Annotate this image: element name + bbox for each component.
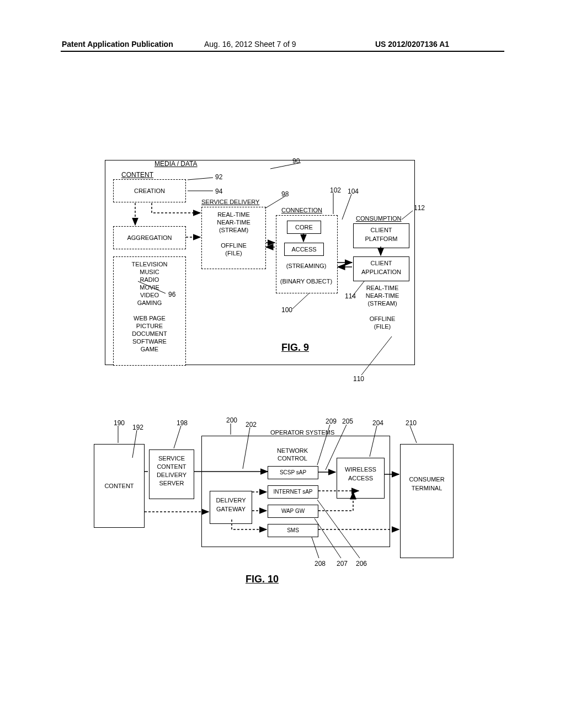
client-application-box: CLIENT APPLICATION	[353, 256, 409, 281]
ref-100: 100	[281, 306, 292, 314]
content-box: CONTENT	[94, 444, 145, 528]
scsp-sap-box: SCSP sAP	[268, 466, 318, 479]
ref-206: 206	[356, 560, 367, 568]
svg-line-34	[410, 426, 417, 443]
ref-210: 210	[406, 419, 417, 427]
ref-104: 104	[348, 188, 359, 195]
sd-items-label: REAL-TIME NEAR-TIME (STREAM) OFFLINE (FI…	[217, 211, 250, 256]
header-right: US 2012/0207136 A1	[375, 40, 449, 49]
scds-box: SERVICE CONTENT DELIVERY SERVER	[149, 449, 194, 499]
scds-label: SERVICE CONTENT DELIVERY SERVER	[157, 455, 186, 486]
consumption-title: CONSUMPTION	[356, 215, 402, 222]
header-left: Patent Application Publication	[62, 40, 173, 49]
conn-items-label: (STREAMING) (BINARY OBJECT)	[279, 262, 334, 285]
operator-systems-label: OPERATOR SYSTEMS	[270, 429, 334, 436]
sms-label: SMS	[287, 527, 299, 533]
service-delivery-box: REAL-TIME NEAR-TIME (STREAM) OFFLINE (FI…	[201, 207, 266, 269]
consumer-terminal-label: CONSUMER TERMINAL	[409, 476, 444, 491]
network-control-label: NETWORK CONTROL	[270, 447, 315, 462]
delivery-gateway-label: DELIVERY GATEWAY	[216, 497, 246, 512]
wireless-access-label: WIRELESS ACCESS	[345, 466, 376, 481]
media-data-title: MEDIA / DATA	[154, 160, 198, 168]
ref-207: 207	[337, 560, 348, 568]
client-platform-label: CLIENT PLATFORM	[365, 227, 397, 242]
service-delivery-title: SERVICE DELIVERY	[201, 199, 259, 205]
wap-gw-box: WAP GW	[268, 505, 318, 518]
ref-102: 102	[330, 186, 341, 194]
content-types-box: TELEVISION MUSIC RADIO MOVIE VIDEO GAMIN…	[113, 256, 186, 366]
fig9-caption: FIG. 9	[281, 342, 309, 354]
page: Patent Application Publication Aug. 16, …	[0, 0, 565, 728]
sms-box: SMS	[268, 524, 318, 537]
client-platform-box: CLIENT PLATFORM	[353, 223, 409, 248]
creation-box: CREATION	[113, 179, 186, 202]
delivery-gateway-box: DELIVERY GATEWAY	[210, 491, 252, 524]
ref-209: 209	[326, 417, 337, 425]
ref-114: 114	[345, 292, 356, 300]
content-label: CONTENT	[104, 483, 134, 489]
ref-205: 205	[342, 417, 353, 425]
cons-items-label: REAL-TIME NEAR-TIME (STREAM) OFFLINE (FI…	[358, 284, 407, 330]
ref-110: 110	[353, 375, 364, 383]
ref-204: 204	[372, 419, 383, 427]
wap-gw-label: WAP GW	[281, 508, 305, 514]
figure-10: 190 192 198 200 202 209 205 204 210 CONT…	[94, 419, 469, 601]
ref-90: 90	[292, 157, 300, 165]
content-title: CONTENT	[121, 171, 153, 179]
aggregation-box: AGGREGATION	[113, 226, 186, 249]
access-label: ACCESS	[291, 246, 316, 253]
ref-94: 94	[215, 188, 222, 195]
creation-label: CREATION	[134, 188, 165, 194]
ref-202: 202	[246, 421, 257, 429]
fig10-caption: FIG. 10	[246, 574, 279, 585]
content-types-label: TELEVISION MUSIC RADIO MOVIE VIDEO GAMIN…	[132, 261, 168, 352]
ref-198: 198	[177, 419, 188, 427]
connection-title: CONNECTION	[281, 207, 322, 213]
ref-192: 192	[132, 424, 143, 431]
internet-sap-label: INTERNET sAP	[274, 489, 313, 495]
core-box: CORE	[287, 221, 321, 234]
ref-112: 112	[414, 204, 425, 212]
wireless-access-box: WIRELESS ACCESS	[337, 458, 385, 499]
ref-96: 96	[168, 291, 175, 298]
header-mid: Aug. 16, 2012 Sheet 7 of 9	[204, 40, 296, 49]
scsp-sap-label: SCSP sAP	[280, 469, 306, 475]
core-label: CORE	[295, 224, 313, 231]
header-rule	[61, 51, 504, 52]
ref-92: 92	[215, 173, 222, 181]
client-application-label: CLIENT APPLICATION	[361, 260, 401, 275]
aggregation-label: AGGREGATION	[127, 234, 172, 241]
ref-208: 208	[315, 560, 326, 568]
ref-200: 200	[226, 416, 237, 424]
consumer-terminal-box: CONSUMER TERMINAL	[400, 444, 454, 558]
internet-sap-box: INTERNET sAP	[268, 485, 318, 499]
ref-98: 98	[281, 190, 289, 198]
figure-9: MEDIA / DATA CONTENT CREATION AGGREGATIO…	[105, 160, 436, 381]
ref-190: 190	[114, 419, 125, 427]
svg-line-28	[174, 426, 181, 448]
access-box: ACCESS	[284, 243, 324, 256]
